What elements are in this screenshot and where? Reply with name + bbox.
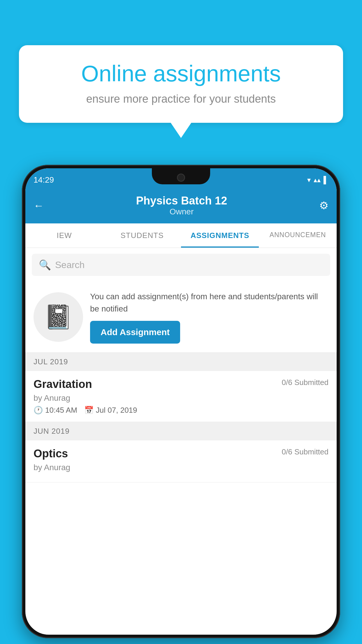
tabs-bar: IEW STUDENTS ASSIGNMENTS ANNOUNCEMEN [25, 223, 337, 248]
section-month-jun: JUN 2019 [34, 427, 70, 435]
assignment-submitted: 0/6 Submitted [282, 378, 328, 387]
assignment-item-header-optics: Optics 0/6 Submitted [34, 447, 328, 460]
add-assignment-desc: You can add assignment(s) from here and … [90, 290, 328, 315]
header-title: Physics Batch 12 [136, 195, 227, 207]
assignment-time: 🕐 10:45 AM [34, 406, 77, 415]
tab-assignments[interactable]: ASSIGNMENTS [181, 223, 259, 248]
assignment-icon-circle: 📓 [34, 292, 83, 342]
search-container: 🔍 Search [25, 248, 337, 282]
header-title-block: Physics Batch 12 Owner [136, 195, 227, 216]
status-icons: ▾ ▴▴ ▌ [307, 176, 328, 184]
settings-button[interactable]: ⚙ [319, 200, 328, 212]
app-header: ← Physics Batch 12 Owner ⚙ [25, 189, 337, 223]
assignment-item-optics[interactable]: Optics 0/6 Submitted by Anurag [25, 440, 337, 482]
assignment-name: Gravitation [34, 378, 92, 391]
notebook-icon: 📓 [44, 303, 73, 331]
back-button[interactable]: ← [34, 200, 44, 212]
phone-notch [152, 168, 210, 184]
phone-screen: 14:29 ▾ ▴▴ ▌ ← Physics Batch 12 Owner ⚙ … [25, 168, 337, 635]
add-assignment-right: You can add assignment(s) from here and … [90, 290, 328, 344]
assignment-meta: 🕐 10:45 AM 📅 Jul 07, 2019 [34, 406, 328, 415]
search-bar[interactable]: 🔍 Search [32, 254, 330, 276]
assignment-item-header: Gravitation 0/6 Submitted [34, 378, 328, 391]
clock-icon: 🕐 [34, 406, 43, 415]
add-assignment-button[interactable]: Add Assignment [90, 321, 180, 344]
speech-bubble: Online assignments ensure more practice … [19, 45, 343, 123]
tab-announcements[interactable]: ANNOUNCEMEN [259, 223, 337, 248]
battery-icon: ▌ [324, 176, 328, 184]
assignment-item-gravitation[interactable]: Gravitation 0/6 Submitted by Anurag 🕐 10… [25, 371, 337, 422]
tab-students[interactable]: STUDENTS [103, 223, 181, 248]
assignment-author: by Anurag [34, 393, 328, 403]
signal-icon: ▴▴ [314, 176, 321, 184]
bubble-subtitle: ensure more practice for your students [36, 93, 326, 105]
assignment-time-value: 10:45 AM [45, 406, 77, 415]
assignment-submitted-optics: 0/6 Submitted [282, 447, 328, 456]
add-assignment-promo: 📓 You can add assignment(s) from here an… [25, 282, 337, 353]
bubble-title: Online assignments [36, 61, 326, 86]
screen-content: 14:29 ▾ ▴▴ ▌ ← Physics Batch 12 Owner ⚙ … [25, 168, 337, 635]
assignment-name-optics: Optics [34, 447, 68, 460]
section-header-jul: JUL 2019 [25, 353, 337, 371]
header-subtitle: Owner [136, 207, 227, 216]
assignment-date: 📅 Jul 07, 2019 [84, 406, 137, 415]
wifi-icon: ▾ [307, 176, 311, 184]
section-header-jun: JUN 2019 [25, 422, 337, 440]
assignment-date-value: Jul 07, 2019 [96, 406, 137, 415]
search-input[interactable]: Search [55, 260, 85, 270]
tab-iew[interactable]: IEW [25, 223, 103, 248]
section-month-jul: JUL 2019 [34, 357, 68, 366]
promo-card: Online assignments ensure more practice … [19, 45, 343, 123]
search-icon: 🔍 [39, 259, 51, 271]
assignment-author-optics: by Anurag [34, 463, 328, 472]
calendar-icon: 📅 [84, 406, 94, 415]
front-camera [177, 174, 185, 182]
phone-frame: 14:29 ▾ ▴▴ ▌ ← Physics Batch 12 Owner ⚙ … [22, 165, 340, 638]
status-time: 14:29 [34, 175, 54, 185]
